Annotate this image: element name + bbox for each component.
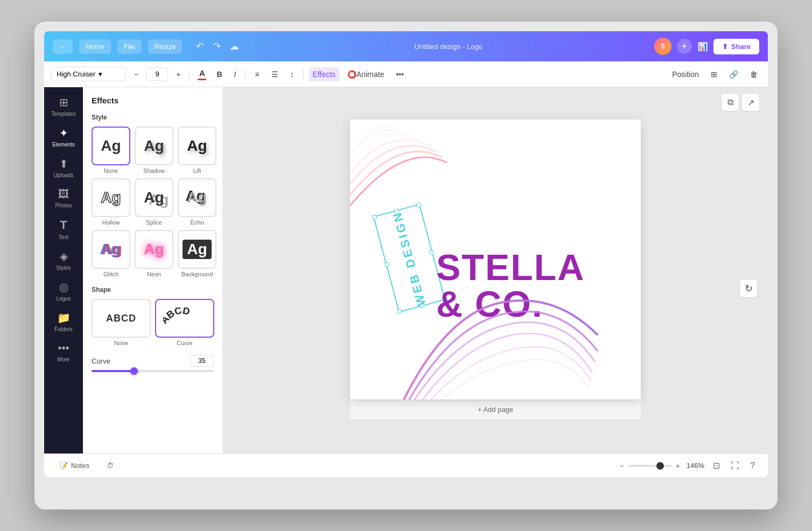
zoom-control: − +: [619, 462, 680, 470]
link-button[interactable]: 🔗: [725, 67, 742, 81]
sidebar-item-templates[interactable]: ⊞ Templates: [46, 92, 81, 121]
zoom-slider[interactable]: [628, 465, 671, 467]
handle-ml[interactable]: [384, 262, 390, 267]
style-lift-label: Lift: [193, 167, 201, 174]
style-neon[interactable]: Ag Neon: [135, 230, 173, 277]
style-section-title: Style: [92, 114, 214, 121]
analytics-icon[interactable]: 📊: [697, 41, 708, 52]
color-indicator: [198, 79, 206, 80]
fit-to-screen-button[interactable]: ⊡: [711, 458, 722, 473]
notes-button[interactable]: 📝 Notes: [55, 459, 94, 472]
timer-button[interactable]: ⏱: [102, 459, 118, 472]
animate-button[interactable]: ⭕ Animate: [344, 67, 388, 81]
sidebar-item-more[interactable]: ••• More: [46, 338, 81, 367]
export-canvas-button[interactable]: ↗: [742, 94, 759, 111]
style-none-label: None: [104, 167, 118, 174]
help-button[interactable]: ?: [748, 459, 757, 473]
style-hollow-label: Hollow: [102, 219, 120, 226]
grid-view-button[interactable]: ⊞: [707, 67, 721, 81]
shape-grid: ABCD None ABCD: [92, 299, 214, 346]
zoom-minus-icon: −: [619, 462, 624, 470]
style-background[interactable]: Ag Background: [178, 230, 216, 277]
style-hollow-text: Ag: [101, 189, 121, 206]
shape-none-text: ABCD: [106, 313, 136, 324]
style-shadow-box: Ag: [135, 127, 173, 165]
more-options-button[interactable]: •••: [392, 67, 408, 81]
bottom-bar: 📝 Notes ⏱ − + 146% ⊡ ⛶ ?: [44, 453, 768, 477]
sidebar-item-text[interactable]: T Text: [46, 214, 81, 244]
style-glitch[interactable]: Ag Glitch: [92, 230, 130, 277]
logos-icon: ◎: [59, 281, 68, 294]
sidebar-item-styles[interactable]: ◈ Styles: [46, 246, 81, 275]
style-splice[interactable]: Ag Ag Splice: [135, 178, 173, 226]
style-glitch-text: Ag: [101, 241, 121, 258]
curve-value-input[interactable]: [190, 355, 214, 367]
style-shadow-text: Ag: [144, 137, 164, 155]
back-button[interactable]: ←: [53, 39, 73, 54]
sidebar-item-uploads[interactable]: ⬆ Uploads: [46, 153, 81, 183]
handle-mr[interactable]: [429, 249, 435, 255]
style-shadow-label: Shadow: [143, 167, 165, 174]
position-button[interactable]: Position: [668, 67, 703, 81]
file-button[interactable]: File: [117, 39, 142, 54]
align-button[interactable]: ≡: [251, 67, 263, 81]
style-shadow[interactable]: Ag Shadow: [135, 127, 173, 174]
stella-line1: STELLA: [436, 249, 635, 285]
text-color-button[interactable]: A: [195, 66, 208, 82]
curve-slider-thumb[interactable]: [130, 367, 138, 375]
add-page-bar[interactable]: + Add page: [350, 400, 641, 419]
separator-1: [190, 68, 190, 81]
shape-curve[interactable]: ABCD ABCD Curve: [155, 299, 214, 346]
canvas-right-tools: ↻: [740, 280, 757, 297]
style-splice-label: Splice: [146, 219, 162, 226]
style-echo[interactable]: Ag Echo: [178, 178, 216, 226]
style-glitch-box: Ag: [92, 230, 130, 269]
share-icon: ⬆: [722, 43, 728, 51]
elements-icon: ✦: [59, 127, 68, 139]
font-size-input[interactable]: [146, 67, 168, 81]
fullscreen-button[interactable]: ⛶: [729, 459, 741, 473]
undo-button[interactable]: ↶: [193, 38, 207, 54]
sidebar-item-photos[interactable]: 🖼 Photos: [46, 184, 81, 213]
top-bar-left: ← Home File Resize ↶ ↷ ☁: [53, 38, 242, 54]
style-lift[interactable]: Ag Lift: [178, 127, 216, 174]
style-neon-text: Ag: [144, 241, 164, 258]
list-button[interactable]: ☰: [268, 67, 282, 81]
share-button[interactable]: ⬆ Share: [713, 39, 759, 54]
shape-none-box: ABCD: [92, 299, 151, 338]
zoom-thumb: [656, 462, 664, 470]
canvas-top-tools: ⧉ ↗: [722, 94, 759, 111]
font-size-increase-button[interactable]: +: [172, 67, 184, 81]
style-none[interactable]: Ag None: [92, 127, 130, 174]
delete-button[interactable]: 🗑: [746, 67, 761, 81]
curve-label: Curve: [92, 357, 110, 365]
curve-slider-track[interactable]: [92, 370, 214, 372]
style-neon-label: Neon: [147, 271, 161, 277]
sidebar-item-folders[interactable]: 📁 Folders: [46, 307, 81, 337]
redo-button[interactable]: ↷: [209, 38, 224, 54]
canvas-area[interactable]: ⧉ ↗: [223, 87, 768, 453]
add-collaborator-button[interactable]: +: [677, 39, 692, 54]
shape-curve-box: ABCD ABCD: [155, 299, 214, 338]
style-none-text: Ag: [101, 137, 121, 155]
document-title: Untitled design - Logo: [414, 43, 482, 51]
italic-button[interactable]: I: [230, 67, 240, 81]
home-button[interactable]: Home: [79, 39, 111, 54]
style-hollow-box: Ag: [92, 178, 130, 217]
font-selector[interactable]: High Cruiser ▾: [51, 67, 126, 81]
resize-button[interactable]: Resize: [148, 39, 183, 54]
bold-button[interactable]: B: [213, 67, 226, 81]
effects-button[interactable]: Effects: [309, 67, 340, 81]
laptop-screen: ← Home File Resize ↶ ↷ ☁ Untitled design…: [44, 31, 768, 477]
rotate-canvas-button[interactable]: ↻: [740, 280, 757, 297]
font-size-decrease-button[interactable]: −: [130, 67, 142, 81]
style-echo-box: Ag: [178, 178, 216, 217]
sidebar-item-elements[interactable]: ✦ Elements: [46, 122, 81, 152]
style-hollow[interactable]: Ag Hollow: [92, 178, 130, 226]
line-height-button[interactable]: ↕: [286, 67, 298, 81]
user-avatar[interactable]: S: [654, 38, 671, 55]
save-cloud-button[interactable]: ☁: [226, 38, 242, 54]
shape-none[interactable]: ABCD None: [92, 299, 151, 346]
sidebar-item-logos[interactable]: ◎ Logos: [46, 276, 81, 306]
copy-canvas-button[interactable]: ⧉: [722, 94, 739, 111]
